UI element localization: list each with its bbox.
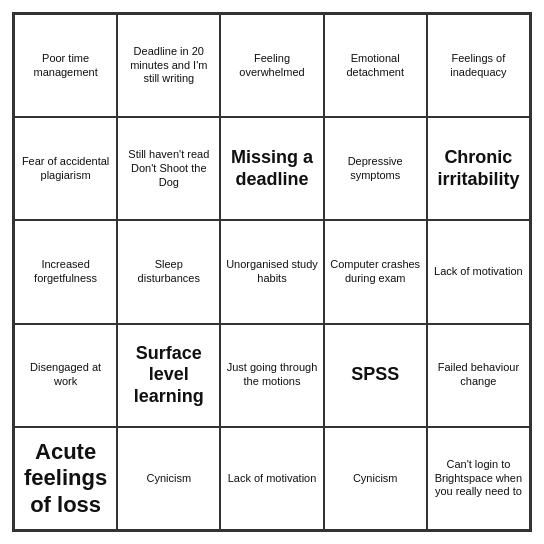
cell-1: Deadline in 20 minutes and I'm still wri… — [117, 14, 220, 117]
cell-13: Computer crashes during exam — [324, 220, 427, 323]
bingo-card: Poor time managementDeadline in 20 minut… — [12, 12, 532, 532]
cell-11: Sleep disturbances — [117, 220, 220, 323]
cell-0: Poor time management — [14, 14, 117, 117]
cell-21: Cynicism — [117, 427, 220, 530]
cell-23: Cynicism — [324, 427, 427, 530]
cell-10: Increased forgetfulness — [14, 220, 117, 323]
cell-14: Lack of motivation — [427, 220, 530, 323]
cell-16: Surface level learning — [117, 324, 220, 427]
cell-12: Unorganised study habits — [220, 220, 323, 323]
cell-9: Chronic irritability — [427, 117, 530, 220]
cell-4: Feelings of inadequacy — [427, 14, 530, 117]
cell-7: Missing a deadline — [220, 117, 323, 220]
cell-3: Emotional detachment — [324, 14, 427, 117]
cell-17: Just going through the motions — [220, 324, 323, 427]
cell-15: Disengaged at work — [14, 324, 117, 427]
cell-20: Acute feelings of loss — [14, 427, 117, 530]
cell-5: Fear of accidental plagiarism — [14, 117, 117, 220]
cell-18: SPSS — [324, 324, 427, 427]
cell-22: Lack of motivation — [220, 427, 323, 530]
cell-2: Feeling overwhelmed — [220, 14, 323, 117]
cell-8: Depressive symptoms — [324, 117, 427, 220]
cell-19: Failed behaviour change — [427, 324, 530, 427]
cell-6: Still haven't read Don't Shoot the Dog — [117, 117, 220, 220]
cell-24: Can't login to Brightspace when you real… — [427, 427, 530, 530]
